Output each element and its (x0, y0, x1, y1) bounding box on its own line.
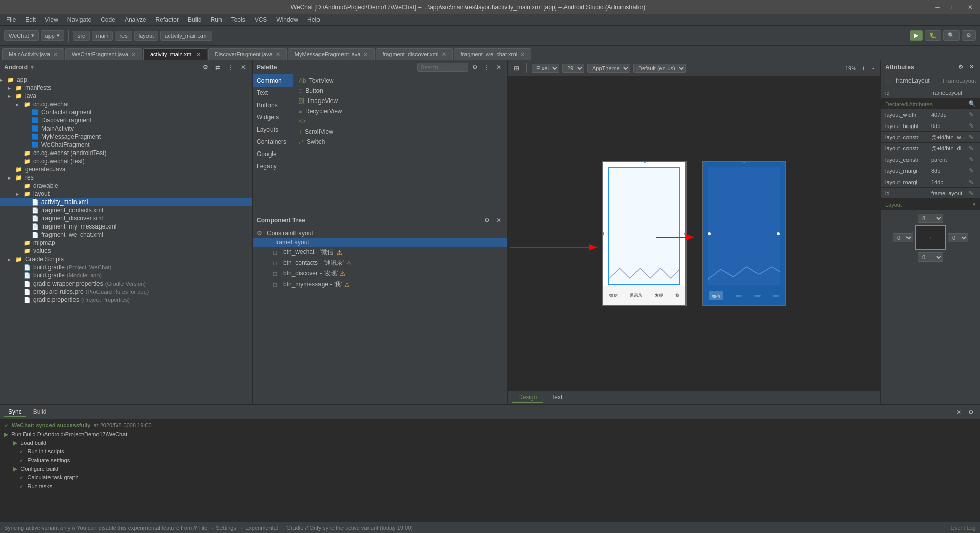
attr-edit-icon[interactable]: ✎ (969, 156, 976, 163)
sync-icon[interactable]: ⇄ (213, 63, 223, 72)
palette-item-switch[interactable]: ⇄Switch (296, 137, 505, 147)
palette-cat-common[interactable]: Common (253, 74, 293, 87)
menu-item-vcs[interactable]: VCS (251, 15, 272, 24)
tree-item[interactable]: 📄gradle-wrapper.properties(Gradle Versio… (0, 280, 252, 288)
comp-tree-item[interactable]: □btn_wechat - '微信'⚠ (253, 247, 507, 258)
declared-attrs-header[interactable]: Declared Attributes + 🔍 (881, 98, 980, 109)
tree-item[interactable]: 📁cn.cg.wechat (androidTest) (0, 149, 252, 157)
tab-close-btn[interactable]: ✕ (442, 51, 446, 57)
comp-tree-item[interactable]: □btn_contacts - '通讯录'⚠ (253, 258, 507, 268)
tree-item[interactable]: 📁drawable (0, 182, 252, 190)
palette-item--fragment-[interactable]: <> (296, 116, 505, 126)
comp-tree-item[interactable]: ⚙ConstraintLayout (253, 229, 507, 238)
menu-item-refactor[interactable]: Refactor (152, 15, 183, 24)
zoom-in-icon[interactable]: + (860, 64, 867, 73)
tree-item[interactable]: 🟦MyMessageFragment (0, 133, 252, 141)
attr-edit-icon[interactable]: ✎ (969, 167, 976, 174)
menu-item-file[interactable]: File (2, 15, 20, 24)
tab-close-btn[interactable]: ✕ (276, 51, 280, 57)
tree-item[interactable]: 📁generatedJava (0, 165, 252, 173)
editor-tab-mainactivity-java[interactable]: MainActivity.java✕ (2, 48, 64, 60)
tree-item[interactable]: 📁mipmap (0, 239, 252, 247)
view-toggle-icon[interactable]: ⊞ (512, 64, 521, 73)
palette-settings-icon[interactable]: ⚙ (470, 63, 480, 72)
run-button[interactable]: ▶ (910, 30, 923, 41)
theme-dropdown[interactable]: AppTheme (587, 64, 630, 73)
gear-icon2[interactable]: ⚙ (201, 63, 210, 72)
tab-close-btn[interactable]: ✕ (53, 51, 58, 57)
add-attr-icon[interactable]: + (964, 100, 967, 107)
zoom-out-icon[interactable]: - (870, 64, 876, 73)
menu-item-navigate[interactable]: Navigate (63, 15, 95, 24)
tab-close-icon[interactable]: ✕ (954, 408, 963, 417)
tree-item[interactable]: 🟦MainActivity (0, 124, 252, 133)
tab-close-btn[interactable]: ✕ (520, 51, 525, 57)
tree-item[interactable]: 📄gradle.properties(Project Properties) (0, 296, 252, 304)
menu-item-build[interactable]: Build (184, 15, 206, 24)
search-everywhere-button[interactable]: 🔍 (943, 30, 960, 41)
tab-build[interactable]: Sync (4, 407, 26, 417)
comp-tree-close-icon[interactable]: ✕ (494, 216, 503, 225)
menu-item-window[interactable]: Window (272, 15, 302, 24)
tab-sync[interactable]: Build (29, 407, 51, 417)
layout-section-expand[interactable]: ▾ (973, 201, 976, 208)
tree-item[interactable]: 🟦DiscoverFragment (0, 116, 252, 124)
layout-section-header[interactable]: Layout ▾ (881, 199, 980, 210)
palette-search[interactable] (417, 63, 468, 72)
menu-item-tools[interactable]: Tools (227, 15, 250, 24)
attr-edit-icon[interactable]: ✎ (969, 111, 976, 118)
event-log-button[interactable]: Event Log (950, 525, 976, 531)
palette-cat-google[interactable]: Google (253, 148, 293, 160)
tree-item[interactable]: 📁values (0, 247, 252, 255)
tree-item[interactable]: 📁cn.cg.wechat (test) (0, 157, 252, 165)
tree-item[interactable]: 📄fragment_contacts.xml (0, 206, 252, 214)
tree-item[interactable]: ▸📁cn.cg.wechat (0, 100, 252, 108)
palette-item-textview[interactable]: AbTextView (296, 75, 505, 86)
tree-item[interactable]: ▸📁Gradle Scripts (0, 255, 252, 263)
blue-handle-left[interactable] (708, 232, 711, 235)
more-icon[interactable]: ⋮ (226, 63, 236, 72)
menu-item-edit[interactable]: Edit (21, 15, 40, 24)
palette-cat-widgets[interactable]: Widgets (253, 111, 293, 123)
layout-top-select[interactable]: 8 (918, 214, 943, 223)
tree-item[interactable]: 📄fragment_discover.xml (0, 214, 252, 222)
design-canvas[interactable]: 微信 通讯录 发现 我 (508, 77, 880, 390)
locale-dropdown[interactable]: Default (en-us) (633, 64, 686, 73)
menu-item-analyze[interactable]: Analyze (120, 15, 151, 24)
editor-tab-activity-main-xml[interactable]: activity_main.xml✕ (143, 48, 207, 60)
attr-edit-icon[interactable]: ✎ (969, 134, 976, 141)
close-button[interactable]: ✕ (965, 4, 976, 11)
layout-right-select[interactable]: 0 (948, 233, 968, 242)
tab-close-btn[interactable]: ✕ (131, 51, 136, 57)
palette-cat-containers[interactable]: Containers (253, 136, 293, 148)
tree-item[interactable]: 📄fragment_we_chat.xml (0, 231, 252, 239)
minimize-button[interactable]: ─ (932, 4, 943, 11)
tree-item[interactable]: 📄activity_main.xml (0, 198, 252, 206)
tree-item[interactable]: ▸📁manifests (0, 84, 252, 92)
maximize-button[interactable]: □ (949, 4, 959, 11)
comp-tree-settings-icon[interactable]: ⚙ (482, 216, 492, 225)
api-dropdown[interactable]: 29 (562, 64, 584, 73)
attr-edit-icon[interactable]: ✎ (969, 190, 976, 197)
comp-tree-item[interactable]: □btn_discover - '发现'⚠ (253, 268, 507, 279)
editor-tab-wechatfragment-java[interactable]: WeChatFragment.java✕ (65, 48, 142, 60)
selection-handle-top[interactable] (643, 161, 646, 163)
comp-tree-item[interactable]: □btn_mymessage - '我'⚠ (253, 279, 507, 290)
tree-item[interactable]: 📄build.gradle(Module: app) (0, 271, 252, 280)
menu-item-view[interactable]: View (41, 15, 62, 24)
layout-left-select[interactable]: 0 (893, 233, 913, 242)
tree-item[interactable]: 📄build.gradle(Project: WeChat) (0, 263, 252, 271)
blue-handle-right[interactable] (777, 232, 780, 235)
palette-close-icon[interactable]: ✕ (494, 63, 503, 72)
tree-item[interactable]: ▸📁app (0, 75, 252, 84)
layout-bottom-select[interactable]: 0 (918, 252, 943, 262)
close-sidebar-icon[interactable]: ✕ (239, 63, 248, 72)
menu-item-run[interactable]: Run (207, 15, 226, 24)
selection-handle-right[interactable] (684, 232, 687, 235)
tree-item[interactable]: 📄fragment_my_message.xml (0, 222, 252, 231)
tab-close-btn[interactable]: ✕ (363, 51, 368, 57)
palette-item-imageview[interactable]: 🖼ImageView (296, 96, 505, 106)
tree-item[interactable]: 🟦ContactsFragment (0, 108, 252, 116)
palette-item-recyclerview[interactable]: ≡RecyclerView (296, 106, 505, 116)
search-attr-icon[interactable]: 🔍 (969, 100, 976, 107)
